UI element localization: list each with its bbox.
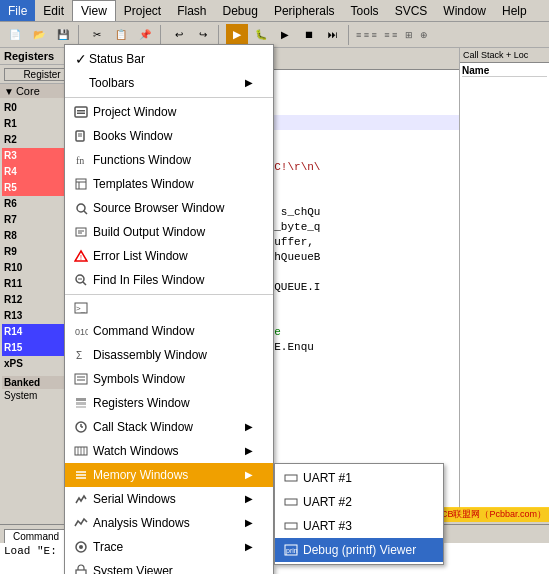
menu-call-stack-window[interactable]: Registers Window <box>65 391 273 415</box>
toolbox-label: System Viewer <box>93 562 253 574</box>
step-btn[interactable]: ⏭ <box>322 24 344 46</box>
uart2-item[interactable]: UART #2 <box>275 490 443 514</box>
svg-rect-25 <box>77 376 85 378</box>
books-label: Books Window <box>93 127 253 145</box>
command-tab[interactable]: Command <box>4 529 68 543</box>
menu-project-window[interactable]: Project Window <box>65 100 273 124</box>
menu-registers-window[interactable]: Symbols Window <box>65 367 273 391</box>
svg-text:>_: >_ <box>76 304 86 313</box>
project-window-icon <box>73 104 89 120</box>
build-output-label: Build Output Window <box>93 223 253 241</box>
copy-btn[interactable]: 📋 <box>110 24 132 46</box>
menu-debug[interactable]: Debug <box>215 0 266 21</box>
functions-label: Functions Window <box>93 151 253 169</box>
symbols-icon: Σ <box>73 347 89 363</box>
menu-templates-window[interactable]: Templates Window <box>65 172 273 196</box>
find-in-files-icon <box>73 272 89 288</box>
watermark: PCB联盟网（Pcbbar.com） <box>432 507 549 522</box>
svg-rect-27 <box>76 398 86 401</box>
menu-help[interactable]: Help <box>494 0 535 21</box>
menu-source-browser[interactable]: Source Browser Window <box>65 196 273 220</box>
menu-flash[interactable]: Flash <box>169 0 214 21</box>
status-bar-check: ✓ <box>73 50 89 68</box>
menu-symbols[interactable]: Σ Disassembly Window <box>65 343 273 367</box>
cut-btn[interactable]: ✂ <box>86 24 108 46</box>
menu-bar: File Edit View Project Flash Debug Perip… <box>0 0 549 22</box>
menu-toolbars[interactable]: Toolbars ▶ <box>65 71 273 95</box>
menu-books-window[interactable]: Books Window <box>65 124 273 148</box>
svg-rect-45 <box>285 523 297 529</box>
watch-arrow: ▶ <box>245 418 253 436</box>
run-btn[interactable]: ▶ <box>274 24 296 46</box>
build-btn[interactable]: ▶ <box>226 24 248 46</box>
menu-build-output[interactable]: Build Output Window <box>65 220 273 244</box>
build-output-icon <box>73 224 89 240</box>
menu-tools[interactable]: Tools <box>343 0 387 21</box>
redo-btn[interactable]: ↪ <box>192 24 214 46</box>
svg-text:printf: printf <box>286 547 298 555</box>
menu-disassembly[interactable]: 010 Command Window <box>65 319 273 343</box>
debug-btn[interactable]: 🐛 <box>250 24 272 46</box>
uart1-item[interactable]: UART #1 <box>275 466 443 490</box>
menu-find-in-files[interactable]: Find In Files Window <box>65 268 273 292</box>
trace-label: Analysis Windows <box>93 514 237 532</box>
menu-sep1 <box>65 97 273 98</box>
menu-functions-window[interactable]: fn Functions Window <box>65 148 273 172</box>
open-btn[interactable]: 📂 <box>28 24 50 46</box>
menu-memory-windows[interactable]: Watch Windows ▶ <box>65 439 273 463</box>
undo-btn[interactable]: ↩ <box>168 24 190 46</box>
svg-rect-2 <box>77 113 85 115</box>
svg-rect-29 <box>76 406 86 408</box>
watch-windows-label: Call Stack Window <box>93 418 237 436</box>
right-panel: Call Stack + Loc Name <box>459 48 549 508</box>
trace-icon <box>73 515 89 531</box>
debug-printf-item[interactable]: printf Debug (printf) Viewer <box>275 538 443 562</box>
menu-svcs[interactable]: SVCS <box>387 0 436 21</box>
menu-edit[interactable]: Edit <box>35 0 72 21</box>
menu-status-bar[interactable]: ✓ Status Bar <box>65 47 273 71</box>
menu-trace[interactable]: Analysis Windows ▶ <box>65 511 273 535</box>
save-btn[interactable]: 💾 <box>52 24 74 46</box>
debug-printf-label: Debug (printf) Viewer <box>303 541 416 559</box>
svg-rect-0 <box>75 107 87 117</box>
templates-icon <box>73 176 89 192</box>
menu-error-list[interactable]: ! Error List Window <box>65 244 273 268</box>
toolbars-arrow: ▶ <box>245 74 253 92</box>
find-files-label: Find In Files Window <box>93 271 253 289</box>
callstack-tab[interactable]: Call Stack + Loc <box>460 48 549 63</box>
stop-btn[interactable]: ⏹ <box>298 24 320 46</box>
project-window-label: Project Window <box>93 103 253 121</box>
menu-command-window[interactable]: >_ <box>65 297 273 319</box>
menu-file[interactable]: File <box>0 0 35 21</box>
menu-peripherals[interactable]: Peripherals <box>266 0 343 21</box>
symbols-label: Disassembly Window <box>93 346 253 364</box>
svg-text:010: 010 <box>75 327 88 337</box>
disassembly-icon: 010 <box>73 323 89 339</box>
menu-serial-windows[interactable]: Memory Windows ▶ <box>65 463 273 487</box>
menu-window[interactable]: Window <box>435 0 494 21</box>
view-menu-dropdown: ✓ Status Bar Toolbars ▶ Project Window B… <box>64 44 274 574</box>
menu-system-viewer[interactable]: Trace ▶ <box>65 535 273 559</box>
new-file-btn[interactable]: 📄 <box>4 24 26 46</box>
uart3-item[interactable]: UART #3 <box>275 514 443 538</box>
callstack-col-name: Name <box>462 65 547 77</box>
analysis-icon <box>73 491 89 507</box>
svg-rect-7 <box>76 179 86 189</box>
svg-rect-1 <box>77 110 85 112</box>
system-viewer-icon <box>73 539 89 555</box>
toolbar-text: ≡ ≡ ≡ ≡ ≡ ⊞ ⊕ <box>356 30 428 40</box>
menu-toolbox-window[interactable]: System Viewer <box>65 559 273 574</box>
svg-line-18 <box>83 282 86 285</box>
core-label: Core <box>16 85 40 97</box>
menu-analysis-windows[interactable]: Serial Windows ▶ <box>65 487 273 511</box>
serial-windows-label: Memory Windows <box>93 466 237 484</box>
svg-text:Σ: Σ <box>76 350 82 361</box>
registers-icon <box>73 371 89 387</box>
menu-project[interactable]: Project <box>116 0 169 21</box>
paste-btn[interactable]: 📌 <box>134 24 156 46</box>
uart3-icon <box>283 518 299 534</box>
analysis-windows-label: Serial Windows <box>93 490 237 508</box>
menu-watch-windows[interactable]: Call Stack Window ▶ <box>65 415 273 439</box>
expand-icon: ▼ <box>4 86 14 97</box>
menu-view[interactable]: View <box>72 0 116 21</box>
